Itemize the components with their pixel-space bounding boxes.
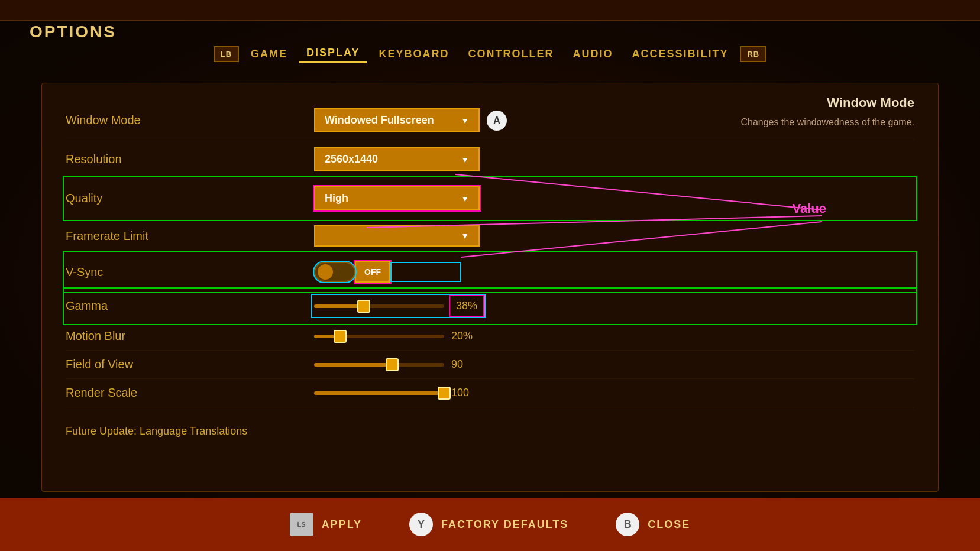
render-scale-slider-track[interactable] bbox=[314, 391, 444, 395]
quality-arrow: ▼ bbox=[461, 194, 469, 203]
fov-slider-container: 90 bbox=[314, 358, 481, 371]
framerate-label: Framerate Limit bbox=[66, 229, 314, 243]
info-title: Window Mode bbox=[737, 95, 914, 111]
vsync-extra-box bbox=[390, 262, 461, 282]
render-scale-label: Render Scale bbox=[66, 386, 314, 400]
resolution-row: Resolution 2560x1440 ▼ bbox=[66, 140, 914, 179]
close-button[interactable]: B CLOSE bbox=[616, 513, 690, 536]
apply-label: APPLY bbox=[322, 518, 362, 531]
gamma-label: Gamma bbox=[66, 299, 314, 313]
render-scale-value: 100 bbox=[451, 387, 481, 399]
render-scale-row: Render Scale 100 bbox=[66, 379, 914, 407]
gamma-row: Gamma 38% bbox=[66, 290, 914, 322]
nav-tabs: LB GAME DISPLAY KEYBOARD CONTROLLER AUDI… bbox=[0, 44, 980, 63]
factory-defaults-label: FACTORY DEFAULTS bbox=[441, 518, 568, 531]
vsync-value: OFF bbox=[355, 261, 390, 283]
quality-label: Quality bbox=[66, 192, 314, 205]
gamma-slider-thumb[interactable] bbox=[357, 300, 370, 313]
motion-blur-value: 20% bbox=[451, 330, 481, 342]
rb-button[interactable]: RB bbox=[740, 46, 766, 62]
quality-value: High bbox=[325, 192, 348, 205]
ls-icon: LS bbox=[290, 513, 313, 536]
fov-slider-fill bbox=[314, 363, 392, 367]
value-annotation: Value bbox=[793, 201, 826, 216]
tab-accessibility[interactable]: ACCESSIBILITY bbox=[625, 46, 735, 63]
info-panel: Window Mode Changes the windowedness of … bbox=[737, 95, 914, 129]
toggle-knob bbox=[318, 264, 333, 280]
close-label: CLOSE bbox=[648, 518, 690, 531]
a-button[interactable]: A bbox=[487, 111, 507, 131]
motion-blur-label: Motion Blur bbox=[66, 329, 314, 343]
vsync-toggle[interactable] bbox=[314, 262, 355, 282]
resolution-arrow: ▼ bbox=[461, 155, 469, 164]
framerate-row: Framerate Limit ▼ bbox=[66, 218, 914, 254]
tab-controller[interactable]: CONTROLLER bbox=[461, 46, 561, 63]
b-icon: B bbox=[616, 513, 639, 536]
window-mode-arrow: ▼ bbox=[461, 116, 469, 125]
gamma-slider-track[interactable] bbox=[314, 304, 444, 308]
fov-value: 90 bbox=[451, 358, 481, 371]
tab-audio[interactable]: AUDIO bbox=[565, 46, 620, 63]
tab-keyboard[interactable]: KEYBOARD bbox=[371, 46, 456, 63]
factory-defaults-button[interactable]: Y FACTORY DEFAULTS bbox=[409, 513, 568, 536]
vsync-label: V-Sync bbox=[66, 265, 314, 279]
framerate-arrow: ▼ bbox=[461, 231, 469, 241]
tab-display[interactable]: DISPLAY bbox=[299, 44, 367, 63]
vsync-row: V-Sync OFF bbox=[66, 254, 914, 290]
window-mode-value: Windowed Fullscreen bbox=[325, 114, 434, 127]
quality-dropdown[interactable]: High ▼ bbox=[314, 186, 480, 210]
resolution-value: 2560x1440 bbox=[325, 153, 378, 166]
render-scale-slider-fill bbox=[314, 391, 444, 395]
info-description: Changes the windowedness of the game. bbox=[737, 115, 914, 129]
window-mode-dropdown[interactable]: Windowed Fullscreen ▼ bbox=[314, 108, 480, 132]
render-scale-slider-thumb[interactable] bbox=[438, 387, 451, 400]
lb-button[interactable]: LB bbox=[214, 46, 239, 62]
fov-label: Field of View bbox=[66, 358, 314, 371]
main-panel: Window Mode Windowed Fullscreen ▼ A Reso… bbox=[41, 83, 939, 492]
window-mode-label: Window Mode bbox=[66, 114, 314, 127]
motion-blur-row: Motion Blur 20% bbox=[66, 322, 914, 351]
tab-game[interactable]: GAME bbox=[244, 46, 295, 63]
gamma-value: 38% bbox=[451, 297, 482, 315]
motion-blur-slider-thumb[interactable] bbox=[334, 330, 347, 343]
future-notice: Future Update: Language Translations bbox=[66, 425, 914, 437]
top-bar bbox=[0, 0, 980, 21]
apply-button[interactable]: LS APPLY bbox=[290, 513, 362, 536]
resolution-dropdown[interactable]: 2560x1440 ▼ bbox=[314, 147, 480, 171]
quality-row: Quality High ▼ bbox=[66, 179, 914, 218]
gamma-slider-container: 38% bbox=[314, 297, 482, 315]
y-icon: Y bbox=[409, 513, 433, 536]
framerate-dropdown[interactable]: ▼ bbox=[314, 225, 480, 247]
fov-slider-track[interactable] bbox=[314, 363, 444, 367]
fov-slider-thumb[interactable] bbox=[386, 358, 399, 371]
motion-blur-slider-track[interactable] bbox=[314, 335, 444, 338]
vsync-toggle-container: OFF bbox=[314, 261, 461, 283]
render-scale-slider-container: 100 bbox=[314, 387, 481, 399]
page-title: OPTIONS bbox=[30, 22, 117, 41]
motion-blur-slider-container: 20% bbox=[314, 330, 481, 342]
bottom-bar: LS APPLY Y FACTORY DEFAULTS B CLOSE bbox=[0, 498, 980, 551]
gamma-slider-fill bbox=[314, 304, 364, 308]
resolution-label: Resolution bbox=[66, 153, 314, 166]
fov-row: Field of View 90 bbox=[66, 351, 914, 379]
